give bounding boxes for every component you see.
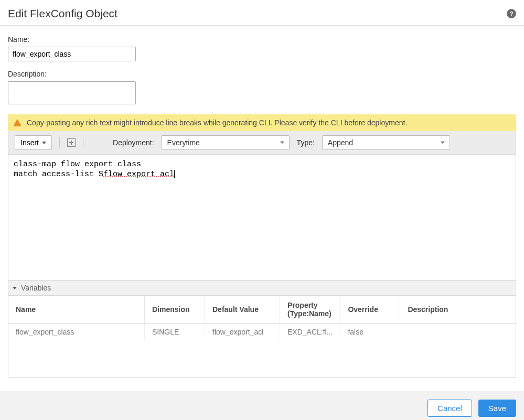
- name-label: Name:: [8, 35, 516, 44]
- table-spacer: [8, 340, 516, 377]
- name-input[interactable]: [8, 47, 136, 61]
- cell-default-value: flow_export_acl: [205, 324, 280, 341]
- cell-override: false: [340, 324, 400, 341]
- expand-icon[interactable]: [67, 138, 76, 147]
- dialog-footer: Cancel Save: [0, 391, 524, 420]
- variables-table: Name Dimension Default Value Property (T…: [8, 296, 516, 378]
- code-line: class-map flow_export_class: [14, 160, 141, 169]
- col-override[interactable]: Override: [340, 296, 400, 324]
- separator: [83, 137, 83, 148]
- chevron-down-icon: [441, 142, 445, 144]
- deployment-label: Deployment:: [113, 138, 154, 147]
- table-row[interactable]: flow_export_class SINGLE flow_export_acl…: [8, 324, 516, 341]
- help-icon[interactable]: ?: [507, 9, 516, 18]
- deployment-select[interactable]: Everytime: [162, 135, 290, 150]
- col-default-value[interactable]: Default Value: [205, 296, 280, 324]
- description-label: Description:: [8, 70, 516, 78]
- deployment-value: Everytime: [167, 138, 200, 147]
- text-cursor: [174, 170, 175, 178]
- code-line-prefix: match access-list $: [14, 170, 103, 179]
- code-variable: flow_export_acl: [103, 170, 174, 179]
- name-row: Name:: [8, 35, 516, 61]
- editor-toolbar: Insert Deployment: Everytime Type: Appen…: [8, 131, 516, 155]
- chevron-down-icon: [280, 142, 284, 144]
- warning-bar: Copy-pasting any rich text might introdu…: [8, 114, 516, 131]
- col-dimension[interactable]: Dimension: [145, 296, 205, 324]
- cancel-button[interactable]: Cancel: [427, 400, 472, 417]
- warning-text: Copy-pasting any rich text might introdu…: [27, 119, 407, 127]
- insert-button-label: Insert: [20, 138, 39, 147]
- chevron-down-icon: [13, 287, 17, 289]
- type-value: Append: [328, 138, 353, 147]
- cell-dimension: SINGLE: [145, 324, 205, 341]
- separator: [59, 137, 60, 148]
- cell-name: flow_export_class: [8, 324, 145, 341]
- col-name[interactable]: Name: [8, 296, 145, 324]
- dialog-header: Edit FlexConfig Object ?: [0, 0, 524, 26]
- warning-icon: [13, 119, 22, 126]
- description-row: Description:: [8, 70, 516, 106]
- cell-description: [400, 324, 516, 341]
- col-description[interactable]: Description: [400, 296, 516, 324]
- chevron-down-icon: [42, 142, 46, 144]
- col-property[interactable]: Property (Type:Name): [280, 296, 340, 324]
- insert-button[interactable]: Insert: [15, 135, 52, 150]
- description-input[interactable]: [8, 81, 136, 104]
- save-button[interactable]: Save: [478, 400, 516, 417]
- dialog-body: Name: Description: Copy-pasting any rich…: [0, 26, 524, 383]
- type-label: Type:: [297, 138, 315, 147]
- type-select[interactable]: Append: [322, 135, 450, 150]
- cell-property: EXD_ACL:fl...: [280, 324, 340, 341]
- dialog-title: Edit FlexConfig Object: [8, 7, 117, 20]
- code-editor[interactable]: class-map flow_export_class match access…: [8, 155, 516, 281]
- variables-label: Variables: [21, 284, 51, 292]
- dialog: Edit FlexConfig Object ? Name: Descripti…: [0, 0, 524, 420]
- variables-toggle[interactable]: Variables: [8, 281, 516, 296]
